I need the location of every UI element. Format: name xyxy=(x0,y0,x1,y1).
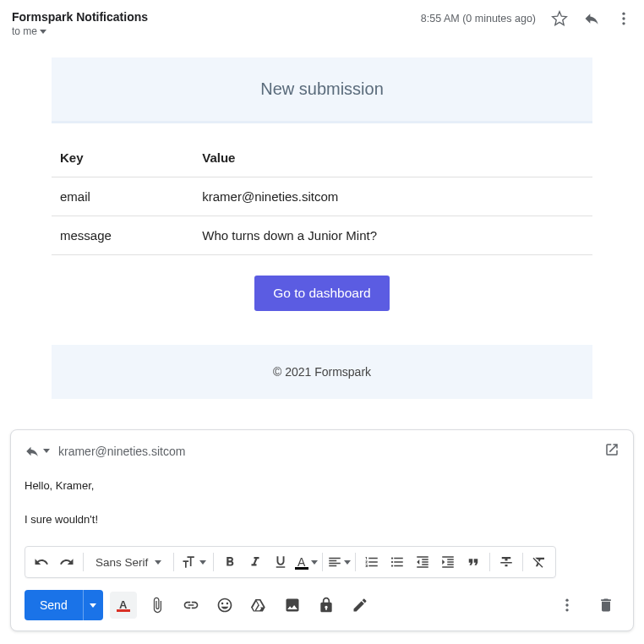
bulleted-list-icon[interactable] xyxy=(385,549,410,575)
font-family-select[interactable]: Sans Serif xyxy=(87,549,170,575)
reply-icon[interactable] xyxy=(583,10,600,27)
cell-value: kramer@nineties.sitcom xyxy=(194,177,592,216)
insert-link-icon[interactable] xyxy=(177,592,205,619)
caret-down-icon xyxy=(311,560,318,565)
table-header-row: Key Value xyxy=(52,139,592,177)
discard-draft-icon[interactable] xyxy=(592,592,619,619)
email-timestamp: 8:55 AM (0 minutes ago) xyxy=(421,13,536,25)
toolbar-separator xyxy=(355,553,356,571)
footer-text: © 2021 Formspark xyxy=(273,365,371,379)
quote-icon[interactable] xyxy=(461,549,486,575)
align-icon[interactable] xyxy=(326,549,352,575)
toolbar-separator xyxy=(322,553,323,571)
cell-key: message xyxy=(52,216,194,255)
table-header-key: Key xyxy=(52,139,194,177)
reply-type-button[interactable] xyxy=(25,444,50,459)
insert-drive-icon[interactable] xyxy=(245,592,272,619)
svg-point-0 xyxy=(622,13,625,15)
svg-point-4 xyxy=(565,604,568,607)
toolbar-separator xyxy=(213,553,214,571)
cell-value: Who turns down a Junior Mint? xyxy=(194,216,592,255)
caret-down-icon xyxy=(43,449,50,453)
numbered-list-icon[interactable] xyxy=(359,549,385,575)
compose-action-row: Send A xyxy=(25,590,619,620)
banner-title: New submission xyxy=(260,79,384,98)
caret-down-icon xyxy=(90,603,96,608)
strikethrough-icon[interactable] xyxy=(494,549,519,575)
table-header-value: Value xyxy=(194,139,592,177)
caret-down-icon xyxy=(40,30,46,34)
recipient-line[interactable]: to me xyxy=(12,25,148,37)
svg-point-3 xyxy=(565,599,568,602)
svg-point-1 xyxy=(622,17,625,19)
recipient-text: to me xyxy=(12,25,37,37)
underline-icon[interactable] xyxy=(268,549,293,575)
insert-emoji-icon[interactable] xyxy=(211,592,238,619)
confidential-mode-icon[interactable] xyxy=(313,592,340,619)
star-icon[interactable] xyxy=(551,10,568,27)
table-row: email kramer@nineties.sitcom xyxy=(52,177,592,216)
send-options-button[interactable] xyxy=(83,590,103,620)
bold-icon[interactable] xyxy=(217,549,243,575)
cell-key: email xyxy=(52,177,194,216)
insert-signature-icon[interactable] xyxy=(347,592,374,619)
go-to-dashboard-button[interactable]: Go to dashboard xyxy=(254,276,389,311)
email-header: Formspark Notifications to me 8:55 AM (0… xyxy=(7,10,637,41)
email-body: New submission Key Value email kramer@ni… xyxy=(7,41,637,399)
compose-line: I sure wouldn't! xyxy=(25,512,619,527)
compose-line: Hello, Kramer, xyxy=(25,478,619,494)
table-row: message Who turns down a Junior Mint? xyxy=(52,216,592,255)
popout-icon[interactable] xyxy=(604,442,619,460)
svg-point-5 xyxy=(565,609,568,612)
toolbar-separator xyxy=(522,553,523,571)
compose-card: kramer@nineties.sitcom Hello, Kramer, I … xyxy=(10,429,634,631)
toolbar-separator xyxy=(83,553,84,571)
insert-photo-icon[interactable] xyxy=(279,592,306,619)
send-button[interactable]: Send xyxy=(25,590,83,620)
compose-recipient[interactable]: kramer@nineties.sitcom xyxy=(58,445,185,458)
indent-increase-icon[interactable] xyxy=(435,549,461,575)
submission-banner: New submission xyxy=(52,57,592,121)
italic-icon[interactable] xyxy=(243,549,268,575)
formatting-toolbar: Sans Serif A xyxy=(25,546,556,578)
more-vert-icon[interactable] xyxy=(615,10,632,27)
caret-down-icon xyxy=(344,560,351,565)
indent-decrease-icon[interactable] xyxy=(410,549,435,575)
font-size-select[interactable] xyxy=(177,549,210,575)
font-family-label: Sans Serif xyxy=(96,556,148,569)
more-options-icon[interactable] xyxy=(554,592,581,619)
caret-down-icon xyxy=(155,560,161,565)
banner-divider xyxy=(52,121,592,123)
compose-body-editor[interactable]: Hello, Kramer, I sure wouldn't! xyxy=(25,478,619,527)
caret-down-icon xyxy=(199,560,206,565)
submission-table: Key Value email kramer@nineties.sitcom m… xyxy=(52,139,592,255)
undo-icon[interactable] xyxy=(29,549,54,575)
sender-name: Formspark Notifications xyxy=(12,10,148,24)
formatting-options-button[interactable]: A xyxy=(110,592,137,619)
redo-icon[interactable] xyxy=(54,549,79,575)
remove-formatting-icon[interactable] xyxy=(527,549,552,575)
svg-point-2 xyxy=(622,22,625,25)
email-footer: © 2021 Formspark xyxy=(52,345,592,399)
toolbar-separator xyxy=(173,553,174,571)
text-color-icon[interactable]: A xyxy=(293,549,319,575)
attach-file-icon[interactable] xyxy=(144,592,171,619)
toolbar-separator xyxy=(489,553,490,571)
